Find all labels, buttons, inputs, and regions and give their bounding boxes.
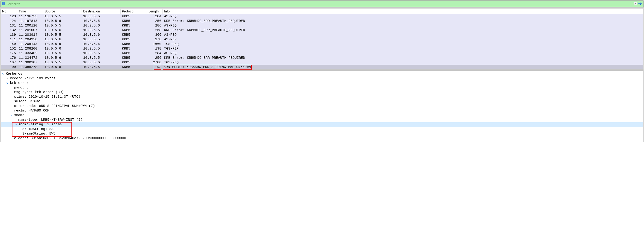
col-header-info[interactable]: Info — [163, 9, 643, 13]
tree-label: krb-error — [10, 81, 28, 85]
tree-susec[interactable]: susec: 313461 — [1, 99, 643, 104]
cell-protocol: KRB5 — [120, 61, 147, 64]
clear-filter-button[interactable] — [633, 1, 638, 6]
packet-row[interactable]: 13111.20012010.0.5.510.0.5.6KRB5286AS-RE… — [1, 23, 643, 28]
cell-info: KRB Error: KRB5KDC_ERR_PREAUTH_REQUIRED — [163, 19, 643, 23]
tree-label: sname-string: 2 items — [18, 122, 62, 127]
packet-row[interactable]: 19911.38627810.0.5.610.0.5.5KRB5167KRB E… — [1, 65, 643, 69]
cell-time: 11.333402 — [17, 51, 43, 55]
cell-source: 10.0.5.5 — [43, 42, 82, 46]
cell-length: 256 — [147, 19, 163, 23]
packet-row[interactable]: 13211.20100710.0.5.610.0.5.5KRB5258KRB E… — [1, 28, 643, 32]
cell-source: 10.0.5.6 — [43, 56, 82, 60]
cell-source: 10.0.5.5 — [43, 24, 82, 28]
tree-label: Kerberos — [6, 72, 22, 76]
cell-length: 366 — [147, 33, 163, 37]
cell-source: 10.0.5.5 — [43, 14, 82, 18]
chevron-down-icon[interactable] — [2, 72, 5, 76]
col-header-no[interactable]: No. — [1, 9, 17, 13]
cell-time: 11.203914 — [17, 33, 43, 37]
chevron-down-icon[interactable] — [6, 81, 9, 85]
cell-protocol: KRB5 — [120, 19, 147, 23]
tree-error-code[interactable]: error-code: eRR-S-PRINCIPAL-UNKNOWN (7) — [1, 104, 643, 108]
cell-protocol: KRB5 — [120, 42, 147, 46]
tree-label: e-data: 3015a103020103a20e040c720200c000… — [14, 136, 126, 141]
packet-row[interactable]: 12411.19781310.0.5.610.0.5.5KRB5256KRB E… — [1, 19, 643, 23]
cell-info: KRB Error: KRB5KDC_ERR_PREAUTH_REQUIRED — [163, 56, 643, 60]
cell-length: 198 — [147, 47, 163, 51]
cell-source: 10.0.5.6 — [43, 19, 82, 23]
packet-row[interactable]: 17511.33340210.0.5.510.0.5.6KRB5284AS-RE… — [1, 51, 643, 55]
tree-label: stime: 2020-10-15 20:31:37 (UTC) — [14, 95, 80, 99]
cell-info: AS-REQ — [163, 14, 643, 18]
tree-msg-type[interactable]: msg-type: krb-error (30) — [1, 90, 643, 95]
tree-label: pvno: 5 — [14, 85, 28, 90]
cell-info: AS-REQ — [163, 51, 643, 55]
packet-row[interactable]: 15211.20820010.0.5.610.0.5.5KRB5198TGS-R… — [1, 46, 643, 51]
packet-row[interactable]: 14111.20495010.0.5.610.0.5.5KRB5178AS-RE… — [1, 37, 643, 42]
cell-info: AS-REQ — [163, 33, 643, 37]
tree-sname[interactable]: sname — [1, 113, 643, 118]
cell-no: 123 — [1, 14, 17, 18]
cell-no: 131 — [1, 24, 17, 28]
tree-realm[interactable]: realm: HANABQ.COM — [1, 108, 643, 113]
tree-name-type[interactable]: name-type: kRB5-NT-SRV-INST (2) — [1, 118, 643, 122]
apply-filter-button[interactable] — [638, 1, 643, 6]
tree-record-mark[interactable]: Record Mark: 109 bytes — [1, 76, 643, 81]
cell-protocol: KRB5 — [120, 37, 147, 41]
cell-length: 284 — [147, 51, 163, 55]
col-header-protocol[interactable]: Protocol — [120, 9, 147, 13]
cell-time: 11.208200 — [17, 47, 43, 51]
col-header-length[interactable]: Length — [147, 9, 163, 13]
tree-label: error-code: eRR-S-PRINCIPAL-UNKNOWN (7) — [14, 104, 95, 108]
cell-info: KRB Error: KRB5KDC_ERR_PREAUTH_REQUIRED — [163, 28, 643, 32]
cell-protocol: KRB5 — [120, 28, 147, 32]
chevron-down-icon[interactable] — [10, 114, 13, 117]
packet-row[interactable]: 12311.19675510.0.5.510.0.5.6KRB5284AS-RE… — [1, 14, 643, 19]
chevron-right-icon[interactable] — [6, 77, 9, 80]
cell-time: 11.380187 — [17, 61, 43, 64]
chevron-down-icon[interactable] — [14, 123, 17, 126]
col-header-time[interactable]: Time — [17, 9, 43, 13]
cell-no: 176 — [1, 56, 17, 60]
packet-list: No. Time Source Destination Protocol Len… — [0, 8, 644, 70]
cell-destination: 10.0.5.5 — [82, 65, 120, 69]
cell-destination: 10.0.5.6 — [82, 14, 120, 18]
cell-destination: 10.0.5.6 — [82, 24, 120, 28]
tree-label: name-type: kRB5-NT-SRV-INST (2) — [18, 118, 82, 122]
col-header-destination[interactable]: Destination — [82, 9, 120, 13]
cell-destination: 10.0.5.6 — [82, 42, 120, 46]
cell-info: KRB Error: KRB5KDC_ERR_S_PRINCIPAL_UNKNO… — [163, 65, 643, 70]
cell-time: 11.206143 — [17, 42, 43, 46]
cell-source: 10.0.5.5 — [43, 51, 82, 55]
cell-no: 152 — [1, 47, 17, 51]
tree-label: sname — [14, 113, 24, 118]
packet-row[interactable]: 13911.20391410.0.5.510.0.5.6KRB5366AS-RE… — [1, 32, 643, 37]
tree-kerberos[interactable]: Kerberos — [1, 72, 643, 76]
bookmark-icon[interactable] — [2, 2, 5, 5]
tree-sname-string-item[interactable]: SNameString: SAP — [1, 127, 643, 132]
tree-sname-string[interactable]: sname-string: 2 items — [1, 122, 643, 127]
cell-source: 10.0.5.5 — [43, 61, 82, 64]
packet-row[interactable]: 14911.20614310.0.5.510.0.5.6KRB51660TGS-… — [1, 42, 643, 46]
cell-destination: 10.0.5.5 — [82, 56, 120, 60]
tree-pvno[interactable]: pvno: 5 — [1, 85, 643, 90]
packet-row[interactable]: 17611.33447210.0.5.610.0.5.5KRB5256KRB E… — [1, 55, 643, 60]
cell-no: 124 — [1, 19, 17, 23]
col-header-source[interactable]: Source — [43, 9, 82, 13]
cell-info: AS-REQ — [163, 24, 643, 28]
cell-protocol: KRB5 — [120, 24, 147, 28]
tree-stime[interactable]: stime: 2020-10-15 20:31:37 (UTC) — [1, 95, 643, 99]
tree-krb-error[interactable]: krb-error — [1, 81, 643, 85]
cell-destination: 10.0.5.6 — [82, 61, 120, 64]
cell-destination: 10.0.5.5 — [82, 19, 120, 23]
packet-row[interactable]: 19711.38018710.0.5.510.0.5.6KRB52780TGS-… — [1, 60, 643, 65]
cell-destination: 10.0.5.5 — [82, 47, 120, 51]
tree-sname-string-item[interactable]: SNameString: BW5 — [1, 132, 643, 136]
cell-time: 11.386278 — [17, 65, 43, 69]
cell-protocol: KRB5 — [120, 14, 147, 18]
tree-e-data[interactable]: e-data: 3015a103020103a20e040c720200c000… — [1, 136, 643, 141]
display-filter-input[interactable] — [6, 2, 633, 6]
cell-protocol: KRB5 — [120, 65, 147, 69]
tree-label: msg-type: krb-error (30) — [14, 90, 64, 95]
